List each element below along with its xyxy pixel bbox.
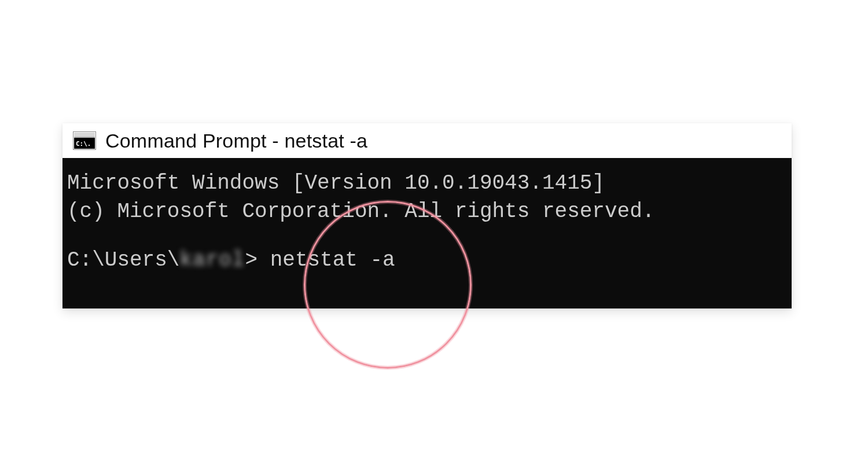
- prompt-suffix: >: [245, 248, 270, 272]
- prompt-line: C:\Users\karol> netstat -a: [67, 247, 786, 275]
- username-blurred: karol: [179, 248, 245, 272]
- svg-rect-1: [74, 133, 95, 137]
- terminal-body[interactable]: Microsoft Windows [Version 10.0.19043.14…: [62, 158, 792, 308]
- window-title: Command Prompt - netstat -a: [105, 130, 367, 152]
- prompt-prefix: C:\Users\: [67, 248, 179, 272]
- command-prompt-window: C:\. Command Prompt - netstat -a Microso…: [62, 123, 792, 308]
- copyright-line: (c) Microsoft Corporation. All rights re…: [67, 198, 786, 226]
- command-prompt-icon: C:\.: [73, 131, 96, 150]
- svg-text:C:\.: C:\.: [76, 140, 91, 148]
- version-line: Microsoft Windows [Version 10.0.19043.14…: [67, 170, 786, 198]
- command-text: netstat -a: [270, 248, 395, 272]
- titlebar[interactable]: C:\. Command Prompt - netstat -a: [62, 123, 792, 158]
